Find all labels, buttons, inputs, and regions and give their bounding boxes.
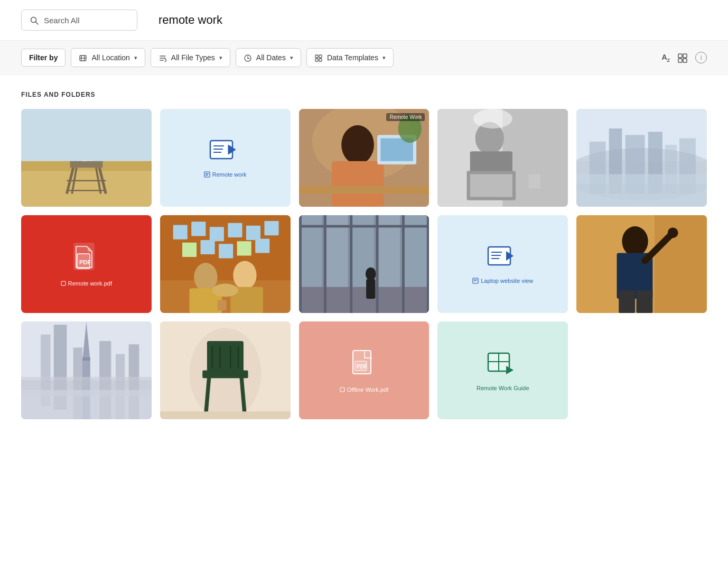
pdf-label-13: Offline Work.pdf [340, 386, 388, 393]
svg-rect-103 [376, 215, 378, 313]
lifeguard-image: 13 [21, 109, 152, 207]
doc-icon-2 [208, 139, 242, 167]
svg-rect-79 [182, 243, 197, 257]
svg-rect-102 [350, 215, 352, 313]
pdf-card-13: PDF Offline Work.pdf [299, 321, 430, 419]
svg-text:PDF: PDF [79, 259, 91, 265]
files-grid: 13 [21, 109, 707, 419]
pdf-card-6: PDF Remote work.pdf [21, 215, 152, 313]
templates-chevron: ▾ [382, 54, 386, 61]
templates-icon [314, 53, 323, 62]
svg-rect-117 [655, 215, 707, 313]
svg-rect-106 [299, 225, 430, 228]
grid-item-10[interactable] [576, 215, 707, 313]
doc-card-9: Laptop website view [437, 215, 568, 313]
svg-rect-147 [160, 412, 291, 420]
doc-icon-14 [486, 350, 520, 381]
location-label: All Location [91, 53, 129, 62]
svg-rect-14 [683, 59, 687, 62]
dates-icon [244, 53, 252, 62]
search-query: remote work [158, 13, 222, 27]
old-man-image [437, 109, 568, 207]
svg-rect-101 [323, 215, 326, 313]
search-placeholder: Search All [44, 16, 80, 25]
pdf-icon-6: PDF [72, 242, 100, 276]
svg-rect-77 [246, 226, 260, 240]
grid-item-13[interactable]: PDF Offline Work.pdf [299, 321, 430, 419]
search-box[interactable]: Search All [21, 10, 137, 31]
svg-line-1 [36, 22, 39, 24]
svg-rect-135 [21, 390, 152, 420]
svg-rect-9 [315, 59, 318, 61]
file-types-filter[interactable]: All File Types ▾ [151, 48, 230, 67]
svg-rect-45 [299, 186, 430, 194]
svg-rect-89 [217, 300, 226, 311]
doc-icon-9 [486, 245, 520, 273]
grid-item-14[interactable]: Remote Work Guide [437, 321, 568, 419]
header: Search All remote work [0, 0, 728, 41]
svg-rect-52 [470, 174, 512, 197]
doc-label-14: Remote Work Guide [477, 385, 529, 391]
filters-bar: Filter by All Location ▾ All File Types … [0, 41, 728, 75]
svg-rect-123 [637, 290, 653, 313]
svg-rect-65 [576, 184, 707, 207]
svg-rect-53 [529, 174, 540, 188]
svg-rect-28 [21, 109, 152, 161]
grid-item-5[interactable] [576, 109, 707, 207]
dates-chevron: ▾ [290, 54, 293, 61]
city-fog-image [576, 109, 707, 207]
grid-item-1[interactable]: 13 [21, 109, 152, 207]
svg-rect-74 [191, 222, 206, 236]
svg-point-86 [233, 261, 256, 290]
city2-image [21, 321, 152, 419]
svg-rect-104 [402, 215, 405, 313]
svg-rect-80 [200, 240, 214, 254]
grid-item-12[interactable] [160, 321, 291, 419]
info-button[interactable]: i [695, 52, 707, 63]
remote-work-tag: Remote Work [386, 113, 425, 121]
grid-item-4[interactable] [437, 109, 568, 207]
section-title: FILES AND FOLDERS [21, 91, 707, 98]
location-chevron: ▾ [134, 54, 137, 61]
grid-item-7[interactable] [160, 215, 291, 313]
svg-rect-7 [315, 55, 318, 58]
sort-icons: AZ i [661, 52, 707, 63]
svg-rect-100 [299, 215, 302, 313]
doc-card-2: Remote work [160, 109, 291, 207]
svg-point-88 [212, 284, 238, 297]
grid-view-button[interactable] [677, 52, 688, 63]
svg-rect-76 [228, 223, 242, 237]
svg-rect-105 [426, 215, 429, 313]
svg-point-118 [622, 226, 648, 256]
grid-item-11[interactable] [21, 321, 152, 419]
svg-rect-41 [331, 161, 384, 207]
svg-text:PDF: PDF [357, 364, 367, 370]
svg-rect-122 [619, 290, 635, 313]
woman-point-image [576, 215, 707, 313]
svg-point-98 [365, 268, 376, 281]
svg-rect-12 [683, 54, 687, 58]
grid-item-9[interactable]: Laptop website view [437, 215, 568, 313]
svg-rect-8 [319, 55, 322, 58]
svg-rect-151 [340, 388, 344, 392]
doc-card-14: Remote Work Guide [437, 321, 568, 419]
templates-filter[interactable]: Data Templates ▾ [306, 48, 394, 67]
location-filter[interactable]: All Location ▾ [71, 48, 145, 67]
dates-filter[interactable]: All Dates ▾ [236, 48, 301, 67]
grid-item-2[interactable]: Remote work [160, 109, 291, 207]
grid-item-3[interactable]: Remote Work [299, 109, 430, 207]
svg-rect-10 [319, 59, 322, 61]
pdf-label-6: Remote work.pdf [61, 280, 112, 287]
grid-item-6[interactable]: PDF Remote work.pdf [21, 215, 152, 313]
svg-rect-11 [678, 54, 682, 58]
svg-rect-81 [219, 244, 233, 258]
svg-rect-73 [173, 225, 187, 240]
svg-rect-75 [210, 227, 224, 241]
az-sort-button[interactable]: AZ [661, 53, 670, 63]
doc-label-9: Laptop website view [472, 278, 533, 284]
svg-rect-99 [366, 279, 375, 299]
grid-item-8[interactable] [299, 215, 430, 313]
svg-rect-83 [255, 239, 269, 253]
location-icon [79, 53, 87, 62]
main-content: FILES AND FOLDERS 13 [0, 75, 728, 435]
